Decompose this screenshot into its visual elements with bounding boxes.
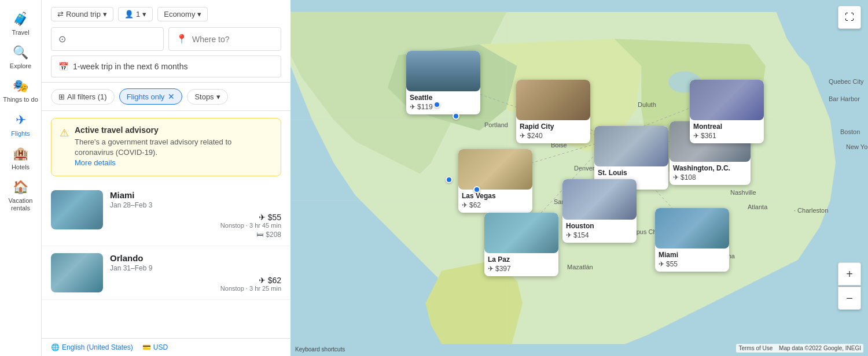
calendar-icon: 📅 [58, 62, 68, 71]
all-filters-label: All filters (1) [67, 92, 107, 101]
destination-field[interactable] [192, 35, 274, 44]
currency-icon: 💳 [142, 343, 151, 351]
search-inputs: ⊙ Minneapolis 📍 [51, 27, 281, 51]
plane-icon: ✈ [693, 132, 699, 140]
seattle-card-body: Seattle ✈ $119 [406, 91, 480, 114]
orlando-flight-price: ✈ $62 [110, 276, 281, 285]
filters-row: ⊞ All filters (1) Flights only ✕ Stops ▾ [42, 83, 290, 111]
map-attribution: Terms of Use Map data ©2022 Google, INEG… [736, 344, 863, 353]
globe-icon: 🌐 [51, 343, 60, 351]
miami-prices: ✈ $55 Nonstop · 3 hr 45 min 🛏 $208 [110, 213, 281, 239]
origin-field[interactable]: Minneapolis [71, 35, 156, 44]
origin-input[interactable]: ⊙ Minneapolis [51, 27, 164, 51]
trip-type-button[interactable]: ⇄ Round trip ▾ [51, 7, 113, 21]
miami-image [51, 190, 103, 229]
pin-sw1 [453, 113, 459, 120]
las-vegas-img [458, 149, 532, 190]
seattle-card-price: ✈ $119 [410, 103, 477, 111]
map-card-seattle[interactable]: Seattle ✈ $119 [406, 51, 480, 114]
miami-map-thumb [655, 208, 729, 249]
advisory-card: ⚠ Active travel advisory There's a gover… [51, 118, 281, 176]
orlando-image [51, 253, 103, 292]
las-vegas-name: Las Vegas [462, 192, 529, 200]
flights-only-chip[interactable]: Flights only ✕ [119, 88, 183, 105]
currency-button[interactable]: 💳 USD [142, 343, 168, 351]
main-panel: ⇄ Round trip ▾ 👤 1 ▾ Economy ▾ ⊙ Minneap… [42, 0, 290, 356]
montreal-body: Montreal ✈ $361 [690, 120, 764, 143]
orlando-thumbnail [51, 253, 103, 292]
la-paz-name: La Paz [488, 255, 555, 264]
map-card-montreal[interactable]: Montreal ✈ $361 [690, 80, 764, 143]
stops-chip[interactable]: Stops ▾ [187, 89, 227, 105]
plane-icon: ✈ [259, 213, 266, 222]
sidebar-item-vacation[interactable]: 🏠 Vacation rentals [0, 175, 41, 217]
miami-hotel-value: $208 [266, 231, 281, 239]
round-trip-icon: ⇄ [57, 10, 64, 18]
pin-nw1 [433, 101, 440, 108]
language-button[interactable]: 🌐 English (United States) [51, 343, 133, 351]
miami-dates: Jan 28–Feb 3 [110, 201, 281, 209]
chevron-down-icon: ▾ [103, 10, 107, 18]
zoom-out-button[interactable]: − [838, 287, 861, 310]
origin-icon: ⊙ [58, 34, 66, 44]
mia-price: $55 [666, 260, 678, 268]
chevron-down-icon: ▾ [142, 10, 146, 18]
stops-label: Stops [194, 92, 214, 101]
orlando-prices: ✈ $62 Nonstop · 3 hr 25 min [110, 276, 281, 292]
lv-price: $62 [469, 201, 481, 209]
la-paz-body: La Paz ✈ $397 [484, 253, 558, 276]
keyboard-shortcuts[interactable]: Keyboard shortcuts [295, 346, 345, 353]
fullscreen-button[interactable]: ⛶ [838, 6, 861, 29]
sidebar-item-things[interactable]: 🎭 Things to do [0, 74, 41, 108]
orlando-dates: Jan 31–Feb 9 [110, 264, 281, 272]
date-selector[interactable]: 📅 1-week trip in the next 6 months [51, 55, 281, 77]
filter-icon: ⊞ [58, 92, 65, 101]
plane-icon: ✈ [259, 276, 266, 285]
miami-map-img [655, 208, 729, 249]
sidebar-item-label: Hotels [12, 164, 30, 170]
currency-label: USD [153, 343, 168, 351]
map-card-miami[interactable]: Miami ✈ $55 [655, 208, 729, 272]
close-icon[interactable]: ✕ [168, 92, 175, 101]
la-paz-price: ✈ $397 [488, 265, 555, 273]
plane-icon: ✈ [462, 201, 468, 209]
montreal-price: ✈ $361 [693, 132, 760, 140]
mtl-price: $361 [701, 132, 716, 140]
rapid-city-name: Rapid City [520, 123, 587, 131]
plane-icon: ✈ [520, 132, 525, 140]
sidebar-item-label: Flights [11, 130, 30, 137]
class-button[interactable]: Economy ▾ [157, 7, 208, 21]
sidebar-item-travel[interactable]: 🧳 Travel [0, 7, 41, 40]
advisory-content: Active travel advisory There's a governm… [75, 125, 273, 169]
map-card-las-vegas[interactable]: Las Vegas ✈ $62 [458, 149, 532, 213]
rapid-city-price: ✈ $240 [520, 132, 587, 140]
zoom-in-button[interactable]: + [838, 262, 861, 285]
map-card-houston[interactable]: Houston ✈ $154 [562, 179, 637, 243]
all-filters-chip[interactable]: ⊞ All filters (1) [51, 89, 115, 105]
sidebar-item-hotels[interactable]: 🏨 Hotels [0, 142, 41, 175]
keyboard-shortcuts-text: Keyboard shortcuts [295, 346, 345, 353]
miami-map-price: ✈ $55 [659, 260, 726, 268]
results-list: ⚠ Active travel advisory There's a gover… [42, 111, 290, 338]
fullscreen-icon: ⛶ [845, 12, 854, 23]
destination-card-miami[interactable]: Miami Jan 28–Feb 3 ✈ $55 Nonstop · 3 hr … [42, 183, 290, 246]
map-background [290, 0, 868, 356]
terms-link[interactable]: Terms of Use [738, 345, 773, 351]
pin-w2 [446, 176, 453, 183]
destination-input[interactable]: 📍 [168, 27, 281, 51]
sidebar-item-explore[interactable]: 🔍 Explore [0, 40, 41, 74]
map-card-rapid-city[interactable]: Rapid City ✈ $240 [516, 80, 590, 143]
washington-name: Washington, D.C. [673, 164, 747, 172]
language-label: English (United States) [62, 343, 133, 351]
plane-icon: ✈ [566, 231, 572, 239]
advisory-link[interactable]: More details [75, 158, 116, 167]
map-card-la-paz[interactable]: La Paz ✈ $397 [484, 213, 558, 276]
trip-type-label: Round trip [66, 10, 101, 18]
sidebar-item-flights[interactable]: ✈ Flights [0, 108, 41, 142]
destination-card-orlando[interactable]: Orlando Jan 31–Feb 9 ✈ $62 Nonstop · 3 h… [42, 246, 290, 300]
la-paz-img [484, 213, 558, 253]
chevron-down-icon: ▾ [216, 92, 220, 101]
passengers-button[interactable]: 👤 1 ▾ [118, 7, 153, 21]
houston-price: ✈ $154 [566, 231, 633, 239]
st-louis-name: St. Louis [598, 169, 665, 177]
